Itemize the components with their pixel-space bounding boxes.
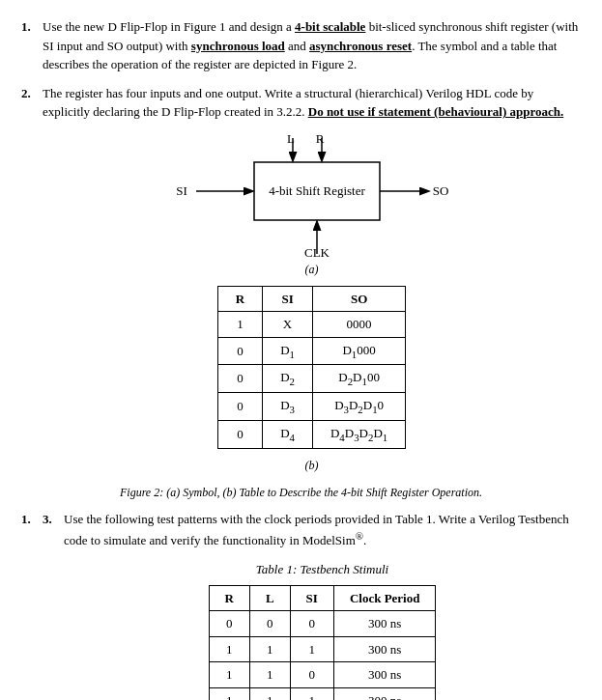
item-content-2: The register has four inputs and one out… [43, 84, 581, 476]
op-so-1: 0000 [312, 312, 405, 338]
item-text-2b: Do not use if statement (behavioural) ap… [308, 104, 563, 119]
main-list: Use the new D Flip-Flop in Figure 1 and … [21, 17, 581, 476]
tb-l-1: 0 [249, 611, 290, 637]
tb-l-2: 1 [249, 636, 290, 662]
list-item-1: Use the new D Flip-Flop in Figure 1 and … [21, 17, 581, 74]
tb-si-4: 1 [290, 687, 333, 700]
op-r-4: 0 [217, 393, 262, 421]
tb-col-si: SI [290, 585, 333, 611]
op-row-5: 0 D4 D4D3D2D1 [217, 420, 405, 448]
tb-si-2: 1 [290, 636, 333, 662]
shift-register-svg: 4-bit Shift Register SI SO L R CLK [167, 133, 457, 259]
tb-clock-2: 300 ns [333, 636, 436, 662]
tb-row-4: 1 1 1 300 ns [209, 687, 436, 700]
op-col-si: SI [263, 286, 313, 312]
tb-row-3: 1 1 0 300 ns [209, 662, 436, 688]
item-text-3a: Use the following test patterns with the… [64, 512, 569, 548]
r-label: R [315, 133, 324, 146]
tb-r-1: 0 [209, 611, 249, 637]
item-number-3: 3. [43, 510, 60, 700]
op-so-5: D4D3D2D1 [312, 420, 405, 448]
testbench-table: R L SI Clock Period 0 0 0 300 ns [209, 585, 437, 700]
diagram-caption-a: (a) [305, 261, 319, 278]
tb-clock-3: 300 ns [333, 662, 436, 688]
op-row-3: 0 D2 D2D100 [217, 365, 405, 393]
item-text-3b: . [363, 534, 366, 548]
item-text-1f: asynchronous reset [309, 39, 412, 53]
tb-header-row: R L SI Clock Period [209, 585, 436, 611]
op-row-2: 0 D1 D1000 [217, 337, 405, 365]
tb-si-3: 0 [290, 662, 333, 688]
tb-r-4: 1 [209, 687, 249, 700]
diagram-area: 4-bit Shift Register SI SO L R CLK [43, 133, 581, 278]
op-col-so: SO [312, 286, 405, 312]
tb-row-2: 1 1 1 300 ns [209, 636, 436, 662]
op-si-5: D4 [263, 420, 313, 448]
tb-l-4: 1 [249, 687, 290, 700]
op-row-4: 0 D3 D3D2D10 [217, 393, 405, 421]
si-label: SI [176, 183, 187, 198]
op-r-2: 0 [217, 337, 262, 365]
so-label: SO [432, 183, 448, 198]
tb-l-3: 1 [249, 662, 290, 688]
op-r-1: 1 [217, 312, 262, 338]
operation-table: R SI SO 1 X 0000 0 D1 D1000 [217, 286, 406, 449]
main-list-3: 3. Use the following test patterns with … [21, 510, 581, 700]
figure-caption: Figure 2: (a) Symbol, (b) Table to Descr… [21, 486, 581, 500]
tb-clock-4: 300 ns [333, 687, 436, 700]
tb-col-clock: Clock Period [333, 585, 436, 611]
tb-si-1: 0 [290, 611, 333, 637]
list-item-2: The register has four inputs and one out… [21, 84, 581, 476]
op-si-4: D3 [263, 393, 313, 421]
diagram-caption-b: (b) [43, 457, 581, 474]
tb-r-2: 1 [209, 636, 249, 662]
tb-clock-1: 300 ns [333, 611, 436, 637]
item-text-1d: synchronous load [191, 39, 285, 53]
op-si-2: D1 [263, 337, 313, 365]
item-text-1a: Use the new D Flip-Flop in Figure 1 and … [43, 19, 295, 34]
op-so-2: D1000 [312, 337, 405, 365]
item-text-1b: 4-bit scalable [295, 19, 365, 34]
tb-r-3: 1 [209, 662, 249, 688]
tb-col-l: L [249, 585, 290, 611]
op-si-3: D2 [263, 365, 313, 393]
registered-mark: ® [356, 530, 363, 542]
item-content-1: Use the new D Flip-Flop in Figure 1 and … [43, 17, 581, 74]
list-item-3: 3. Use the following test patterns with … [21, 510, 581, 700]
tb-row-1: 0 0 0 300 ns [209, 611, 436, 637]
clk-label: CLK [304, 245, 330, 259]
op-col-r: R [217, 286, 262, 312]
tb-col-r: R [209, 585, 249, 611]
item-content-3: Use the following test patterns with the… [64, 510, 581, 700]
op-si-1: X [263, 312, 313, 338]
op-table-header-row: R SI SO [217, 286, 405, 312]
box-label: 4-bit Shift Register [269, 183, 365, 198]
op-r-5: 0 [217, 420, 262, 448]
op-so-3: D2D100 [312, 365, 405, 393]
item-text-1e: and [285, 39, 309, 53]
l-label: L [287, 133, 295, 146]
op-row-1: 1 X 0000 [217, 312, 405, 338]
op-so-4: D3D2D10 [312, 393, 405, 421]
testbench-table-title: Table 1: Testbench Stimuli [64, 560, 581, 579]
op-r-3: 0 [217, 365, 262, 393]
